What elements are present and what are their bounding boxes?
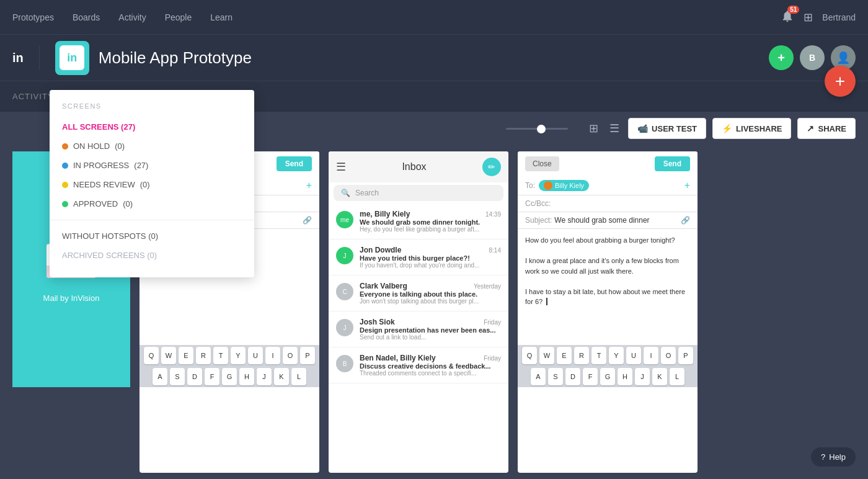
keyboard-row-2: A S D F G H J K L [140,366,319,387]
archived-screens-item[interactable]: ARCHIVED SCREENS (0) [50,246,254,265]
preview-2: If you haven't, drop what you're doing a… [360,262,501,269]
key-w[interactable]: W [161,347,176,364]
key-y[interactable]: Y [231,347,246,364]
reply-screen-content: Close Send To: Billy Kiely + Cc/Bcc: [518,151,698,387]
top-nav-right: 51 ⊞ Bertrand [781,9,856,25]
key-e[interactable]: E [179,347,193,364]
in-progress-item[interactable]: IN PROGRESS (27) [50,156,254,175]
liveshare-button[interactable]: ⚡ LIVESHARE [712,118,791,139]
preview-3: Jon won't stop talking about this burger… [360,298,501,305]
keyboard[interactable]: Q W E R T Y U I O P A [140,345,319,387]
email-item-5[interactable]: B Ben Nadel, Billy Kiely Friday Discuss … [329,347,508,383]
hamburger-icon[interactable]: ☰ [336,160,346,174]
key-o[interactable]: O [283,347,298,364]
without-hotspots-item[interactable]: WITHOUT HOTSPOTS (0) [50,226,254,246]
to-chip: Billy Kiely [539,180,589,191]
key-a[interactable]: A [153,368,167,385]
key-r[interactable]: R [196,347,211,364]
key-q[interactable]: Q [144,347,159,364]
subject-2: Have you tried this burger place?! [360,254,501,262]
needs-review-left: NEEDS REVIEW (0) [62,180,150,189]
in-progress-label: IN PROGRESS [73,161,129,170]
approved-item[interactable]: APPROVED (0) [50,194,254,213]
top-nav-left: Prototypes Boards Activity People Learn [12,12,232,22]
compose-send[interactable]: Send [277,156,312,171]
avatar-4: J [336,319,353,336]
notification-bell[interactable]: 51 [781,9,794,25]
avatar-2: J [336,247,353,264]
nav-prototypes[interactable]: Prototypes [12,12,54,22]
email-item-3[interactable]: C Clark Valberg Yesterday Everyone is ta… [329,275,508,311]
search-bar[interactable]: 🔍 Search [334,185,503,201]
reply-subject-field[interactable]: Subject: We should grab some dinner 🔗 [518,212,698,229]
user-avatar-b[interactable]: B [800,45,825,70]
needs-review-dot [62,182,68,188]
preview-4: Send out a link to load... [360,334,501,341]
inbox-screen[interactable]: ☰ Inbox ✏ 🔍 Search me me, Billy Kiely [329,151,508,473]
nav-learn[interactable]: Learn [210,12,232,22]
key-k[interactable]: K [274,368,289,385]
list-view-button[interactable]: ☰ [607,119,622,138]
approved-label: APPROVED [73,199,118,208]
nav-boards[interactable]: Boards [73,12,100,22]
key-t[interactable]: T [213,347,228,364]
grid-icon[interactable]: ⊞ [804,11,813,24]
key-f[interactable]: F [205,368,219,385]
email-item-4[interactable]: J Josh Siok Friday Design presentation h… [329,311,508,347]
in-progress-dot [62,163,68,169]
email-header-1: me, Billy Kiely 14:39 [360,210,501,218]
key-p[interactable]: P [300,347,315,364]
nav-people[interactable]: People [165,12,192,22]
email-item-2[interactable]: J Jon Dowdle 8:14 Have you tried this bu… [329,240,508,275]
in-progress-count: (27) [134,161,148,170]
help-button[interactable]: ? Help [811,447,856,467]
user-test-button[interactable]: 📹 USER TEST [628,118,706,139]
add-collaborator-button[interactable]: + [769,45,794,70]
key-i[interactable]: I [265,347,280,364]
nav-activity[interactable]: Activity [118,12,146,22]
reply-body[interactable]: How do you feel about grabbing a burger … [518,229,698,345]
user-name[interactable]: Bertrand [822,12,856,22]
reply-keyboard-row-1: Q W E R T Y U I O P [518,345,698,366]
key-h[interactable]: H [239,368,254,385]
all-screens-item[interactable]: ALL SCREENS (27) [50,117,254,137]
needs-review-item[interactable]: NEEDS REVIEW (0) [50,175,254,194]
help-label: Help [829,452,846,462]
inbox-title: Inbox [402,161,426,172]
subject-4: Design presentation has never been eas..… [360,326,501,334]
share-button[interactable]: ↗ SHARE [797,118,856,139]
inbox-edit-button[interactable]: ✏ [482,158,501,176]
reply: Close Send To: Billy Kiely + Cc/Bcc: [518,151,698,387]
key-g[interactable]: G [222,368,237,385]
reply-to-field[interactable]: To: Billy Kiely + [518,176,698,195]
email-header-5: Ben Nadel, Billy Kiely Friday [360,354,501,362]
email-content-3: Clark Valberg Yesterday Everyone is talk… [360,282,501,305]
keyboard-row-1: Q W E R T Y U I O P [140,345,319,366]
subject-5: Discuss creative decisions & feedback... [360,362,501,370]
zoom-slider[interactable] [506,128,568,130]
time-4: Friday [484,319,501,326]
key-u[interactable]: U [248,347,263,364]
on-hold-count: (0) [115,141,125,151]
grid-view-button[interactable]: ⊞ [587,119,601,138]
avatar-1: me [336,211,353,228]
email-item-1[interactable]: me me, Billy Kiely 14:39 We should grab … [329,204,508,240]
slider-track [506,128,568,130]
approved-count: (0) [123,199,133,208]
reply-send[interactable]: Send [655,156,690,171]
reply-close[interactable]: Close [525,156,559,171]
on-hold-label: ON HOLD [73,141,110,151]
video-icon: 📹 [637,123,648,133]
fab-add-button[interactable]: + [825,66,856,97]
key-l[interactable]: L [291,368,306,385]
key-j[interactable]: J [257,368,272,385]
key-d[interactable]: D [187,368,202,385]
key-s[interactable]: S [170,368,185,385]
on-hold-item[interactable]: ON HOLD (0) [50,137,254,156]
reply-keyboard[interactable]: Q W E R T Y U I O P A [518,345,698,387]
tab-activity[interactable]: ACTIVITY [12,83,54,110]
reply-cc-field[interactable]: Cc/Bcc: [518,195,698,212]
reply-screen[interactable]: Close Send To: Billy Kiely + Cc/Bcc: [518,151,698,473]
archived-label: ARCHIVED SCREENS (0) [62,251,157,260]
slider-thumb [537,125,546,133]
